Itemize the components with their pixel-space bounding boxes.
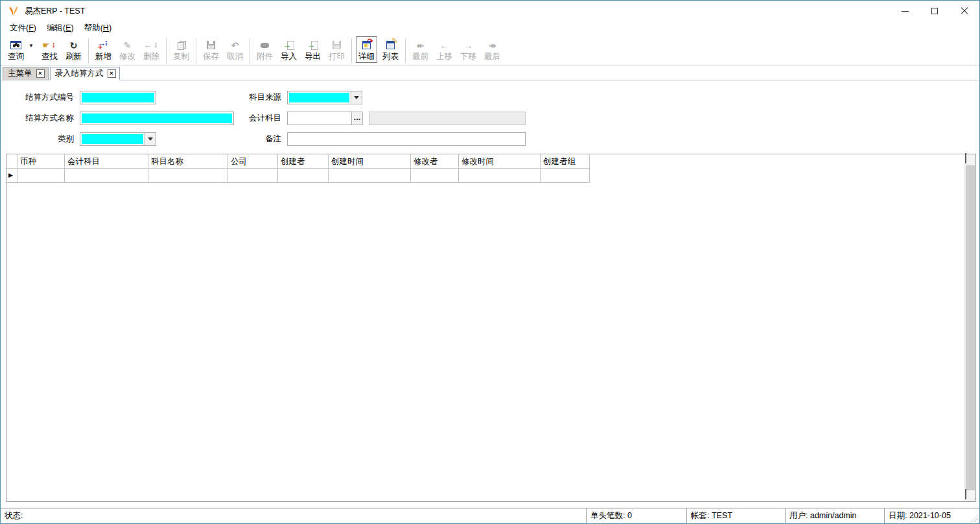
toolbar-button-label: 保存 <box>203 52 219 62</box>
scroll-up-button[interactable] <box>965 154 975 165</box>
delete-icon: ←⋮ <box>144 39 159 51</box>
grid-cell[interactable] <box>329 169 411 183</box>
grid-column-header[interactable]: 会计科目 <box>65 154 148 169</box>
toolbar-button-first: ↞最前 <box>410 36 431 63</box>
scroll-down-button[interactable] <box>965 490 975 501</box>
toolbar-button-label: 修改 <box>119 52 135 62</box>
app-logo-icon <box>8 6 19 17</box>
account-subject-browse-button[interactable]: … <box>351 112 363 125</box>
settlement-code-input[interactable] <box>80 91 156 104</box>
grid-column-header[interactable]: 币种 <box>18 154 65 169</box>
grid-empty-row[interactable]: ▶ <box>6 169 975 183</box>
toolbar-button-label: 最前 <box>412 52 428 62</box>
toolbar-button-label: 删除 <box>143 52 159 62</box>
grid-column-header[interactable]: 公司 <box>228 154 278 169</box>
toolbar-button-list[interactable]: ✎列表 <box>380 36 401 63</box>
grid-column-header[interactable]: 修改者 <box>411 154 459 169</box>
account-subject-input[interactable] <box>287 112 352 125</box>
move-up-icon: ← <box>440 39 449 51</box>
grid-cell[interactable] <box>148 169 228 183</box>
scrollbar-thumb[interactable] <box>966 165 975 490</box>
toolbar-button-detail[interactable]: ↷详细 <box>356 36 377 63</box>
export-icon: → <box>307 39 318 51</box>
window-title: 易杰ERP - TEST <box>25 6 85 17</box>
menu-item-h[interactable]: 帮助(H) <box>79 21 117 35</box>
tab-close-icon[interactable]: × <box>108 69 116 78</box>
grid-cell[interactable] <box>541 169 590 183</box>
toolbar: 查询▼☛⋮查找↻刷新→+⋮新增✎修改←⋮删除复制保存↶取消附件→导入→导出打印↷… <box>1 35 979 66</box>
toolbar-button-move-down: →下移 <box>458 36 479 63</box>
statusbar-panel-doc-count: 单头笔数: 0 <box>586 508 686 523</box>
maximize-button[interactable] <box>920 1 950 21</box>
subject-source-dropdown-button[interactable] <box>351 91 362 104</box>
query-icon <box>10 39 21 51</box>
import-icon: → <box>283 39 294 51</box>
toolbar-button-query[interactable]: 查询▼ <box>5 36 36 63</box>
remark-input[interactable] <box>287 132 526 146</box>
save-icon <box>207 39 215 51</box>
grid-cell[interactable] <box>411 169 459 183</box>
query-dropdown-arrow-icon[interactable]: ▼ <box>29 43 34 49</box>
menu-item-label: 帮助(H) <box>84 23 111 34</box>
settlement-name-input[interactable] <box>80 112 234 125</box>
toolbar-button-export[interactable]: →导出 <box>302 36 323 63</box>
remark-label: 备注 <box>213 132 281 146</box>
first-icon: ↞ <box>417 39 425 51</box>
vertical-scrollbar[interactable] <box>964 154 975 501</box>
toolbar-separator <box>196 38 196 64</box>
grid-cell[interactable] <box>459 169 541 183</box>
statusbar-panel-status: 状态: <box>1 508 586 523</box>
grid-column-header[interactable]: 创建时间 <box>329 154 411 169</box>
toolbar-separator <box>351 38 352 64</box>
toolbar-button-label: 打印 <box>329 52 345 62</box>
grid-column-header[interactable]: 创建者组 <box>541 154 590 169</box>
copy-icon <box>178 39 185 51</box>
toolbar-button-copy: 复制 <box>170 36 192 63</box>
statusbar-panel-user: 用户: admin/admin <box>785 508 884 523</box>
tab-main-menu[interactable]: 主菜单× <box>3 67 49 80</box>
subject-source-select[interactable] <box>287 91 362 104</box>
window-controls <box>890 1 979 21</box>
toolbar-button-import[interactable]: →导入 <box>278 36 299 63</box>
menu-item-f[interactable]: 文件(F) <box>5 21 41 35</box>
chevron-down-icon <box>354 96 359 99</box>
toolbar-button-label: 刷新 <box>65 52 82 62</box>
grid-column-header[interactable]: 修改时间 <box>459 154 541 169</box>
move-down-icon: → <box>464 39 473 51</box>
toolbar-button-label: 下移 <box>460 52 476 62</box>
close-button[interactable] <box>950 1 979 21</box>
toolbar-button-print: 打印 <box>326 36 347 63</box>
grid-cell[interactable] <box>18 169 65 183</box>
toolbar-button-label: 查找 <box>41 52 58 62</box>
cancel-icon: ↶ <box>231 39 239 51</box>
grid-column-header[interactable]: 创建者 <box>278 154 329 169</box>
grid-cell[interactable] <box>65 169 148 183</box>
grid-selector-header <box>6 154 18 169</box>
toolbar-separator <box>250 38 250 64</box>
menu-item-e[interactable]: 编辑(E) <box>41 21 79 35</box>
tab-close-icon[interactable]: × <box>36 69 45 78</box>
settlement-name-label: 结算方式名称 <box>6 112 74 125</box>
toolbar-button-label: 导出 <box>305 52 321 62</box>
toolbar-button-add[interactable]: →+⋮新增 <box>93 36 114 63</box>
grid-cell[interactable] <box>278 169 329 183</box>
detail-icon: ↷ <box>362 39 371 51</box>
category-select[interactable] <box>80 132 156 146</box>
toolbar-button-refresh[interactable]: ↻刷新 <box>63 36 84 63</box>
grid-cell[interactable] <box>228 169 278 183</box>
category-label: 类别 <box>6 132 74 146</box>
tab-strip: 主菜单×录入结算方式× <box>1 66 979 80</box>
toolbar-button-delete: ←⋮删除 <box>141 36 162 63</box>
tab-entry-settlement-method[interactable]: 录入结算方式× <box>50 67 120 80</box>
content-area: 结算方式编号 结算方式名称 类别 科目来源 会计科目 … 备注 币种会计科目科目… <box>1 80 979 508</box>
minimize-button[interactable] <box>890 1 920 21</box>
print-icon <box>332 39 341 51</box>
toolbar-button-save: 保存 <box>200 36 222 63</box>
category-dropdown-button[interactable] <box>145 133 156 145</box>
toolbar-button-label: 新增 <box>95 52 111 62</box>
title-bar: 易杰ERP - TEST <box>1 1 979 21</box>
grid-column-header[interactable]: 科目名称 <box>148 154 228 169</box>
toolbar-button-find[interactable]: ☛⋮查找 <box>39 36 60 63</box>
toolbar-button-label: 最后 <box>484 52 500 62</box>
toolbar-button-label: 取消 <box>227 52 243 62</box>
